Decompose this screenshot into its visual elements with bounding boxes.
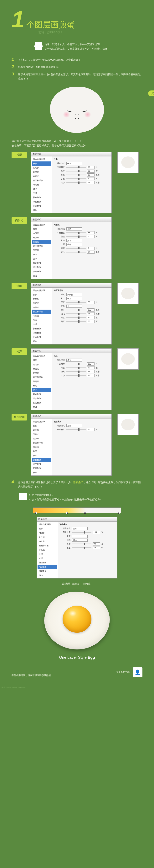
slider[interactable] [67,182,86,183]
value-input[interactable]: 27 [87,251,94,254]
layer-style-item[interactable]: 描边 [32,274,51,278]
slider[interactable] [67,167,86,167]
value-input[interactable]: 100 [87,363,94,366]
layer-style-item[interactable]: 混合选项:默认 [32,354,51,358]
slider[interactable] [67,313,86,314]
value-select[interactable]: 正常 [67,424,82,427]
layer-style-item[interactable]: 图案叠加 [32,204,51,208]
layer-style-item[interactable]: 斜面和浮雕 [38,544,57,548]
layer-style-item[interactable]: 等高线 [32,314,51,318]
value-select[interactable]: 平滑 [67,297,82,300]
layer-style-item[interactable]: 混合选项:默认 [32,288,51,292]
layer-style-item[interactable]: 斜面和浮雕 [32,375,51,379]
layer-style-item[interactable]: 内阴影 [38,531,57,535]
value-select[interactable]: 边缘 [67,243,82,246]
slider[interactable] [67,179,86,179]
layer-style-item[interactable]: 斜面和浮雕 [32,310,51,314]
value-input[interactable]: 0 [87,235,94,238]
layer-style-item[interactable]: 投影 [32,292,51,297]
value-input[interactable]: 15 [87,181,94,184]
slider[interactable] [67,252,86,252]
value-input[interactable]: 36 [87,166,94,169]
layer-style-item[interactable]: 图案叠加 [32,466,51,470]
gradient-stop[interactable] [35,512,37,514]
gradient-stop[interactable] [84,512,86,514]
layer-style-item[interactable]: 描边 [32,208,51,212]
layer-style-item[interactable]: 外发光 [32,301,51,305]
value-input[interactable]: 100 [92,531,100,534]
layer-style-item[interactable]: 内发光 [38,539,57,544]
value-input[interactable]: 210 [87,370,94,373]
value-input[interactable]: 90 [92,542,100,546]
slider[interactable] [72,548,91,548]
layer-style-item[interactable]: 内阴影 [32,428,51,432]
layer-style-item[interactable]: 描边 [32,470,51,475]
layer-style-item[interactable]: 投影 [32,161,51,166]
layer-style-item[interactable]: 纹理 [32,384,51,388]
layer-style-item[interactable]: 投影 [32,424,51,428]
layer-style-item[interactable]: 纹理 [32,252,51,257]
layer-style-item[interactable]: 斜面和浮雕 [32,244,51,248]
layer-style-item[interactable]: 光泽 [32,322,51,327]
layer-style-item[interactable]: 光泽 [32,388,51,392]
layer-style-item[interactable]: 内阴影 [32,166,51,170]
layer-style-item[interactable]: 斜面和浮雕 [32,441,51,445]
layer-style-item[interactable]: 描边 [32,405,51,409]
value-input[interactable]: 0 [87,247,94,250]
layer-style-item[interactable]: 内发光 [32,371,51,375]
slider[interactable] [67,232,86,233]
value-input[interactable]: 38 [87,231,94,235]
layer-style-item[interactable]: 等高线 [38,548,57,552]
value-select[interactable]: 径向 [72,538,87,541]
layer-style-item[interactable]: 混合选项:默认 [32,157,51,161]
slider[interactable] [67,429,86,430]
layer-style-item[interactable]: 外发光 [32,236,51,240]
layer-style-item[interactable]: 外发光 [32,432,51,436]
layer-style-item[interactable]: 光泽 [32,454,51,458]
layer-style-item[interactable]: 纹理 [32,318,51,322]
value-input[interactable]: 16 [87,312,94,315]
layer-style-item[interactable]: 斜面和浮雕 [32,179,51,183]
layer-style-item[interactable]: 颜色叠加 [32,392,51,396]
slider[interactable] [67,236,86,237]
layer-style-item[interactable]: 内阴影 [32,231,51,236]
layer-style-item[interactable]: 描边 [38,573,57,578]
layer-style-item[interactable]: 颜色叠加 [32,195,51,199]
layer-style-item[interactable]: 颜色叠加 [38,561,57,565]
value-select[interactable]: 叠加 [67,162,82,165]
value-input[interactable]: 100 [87,428,94,431]
slider[interactable] [67,375,86,376]
layer-style-item[interactable]: 渐变叠加 [38,565,57,569]
layer-style-item[interactable]: 光泽 [38,556,57,561]
value-input[interactable]: 15 [87,174,94,177]
value-select[interactable]: 柔和 [67,239,82,242]
layer-style-item[interactable]: 光泽 [32,191,51,195]
layer-style-item[interactable]: 投影 [32,358,51,363]
gradient-editor[interactable] [33,507,121,513]
slider[interactable] [67,310,86,310]
value-select[interactable]: 内斜面 [67,293,82,296]
value-input[interactable]: 90 [87,366,94,369]
layer-style-item[interactable]: 混合选项:默认 [32,420,51,424]
value-select[interactable] [72,535,87,538]
layer-style-item[interactable]: 图案叠加 [32,401,51,405]
layer-style-item[interactable]: 图案叠加 [38,569,57,573]
layer-style-item[interactable]: 混合选项:默认 [32,223,51,227]
layer-style-item[interactable]: 外发光 [32,367,51,371]
layer-style-item[interactable]: 等高线 [32,445,51,449]
layer-style-item[interactable]: 内阴影 [32,297,51,301]
slider[interactable] [67,175,86,175]
layer-style-item[interactable]: 外发光 [38,535,57,539]
gradient-stop[interactable] [118,512,120,514]
layer-style-item[interactable]: 等高线 [32,183,51,187]
layer-style-item[interactable]: 外发光 [32,170,51,174]
layer-style-item[interactable]: 图案叠加 [32,270,51,274]
layer-style-item[interactable]: 内阴影 [32,363,51,367]
value-input[interactable]: 250 [87,374,94,377]
layer-style-item[interactable]: 渐变叠加 [32,199,51,204]
layer-style-item[interactable]: 颜色叠加 [32,327,51,331]
layer-style-item[interactable]: 颜色叠加 [32,458,51,462]
layer-style-item[interactable]: 等高线 [32,248,51,252]
value-input[interactable]: 39 [92,546,100,549]
gradient-stop[interactable] [67,512,68,514]
